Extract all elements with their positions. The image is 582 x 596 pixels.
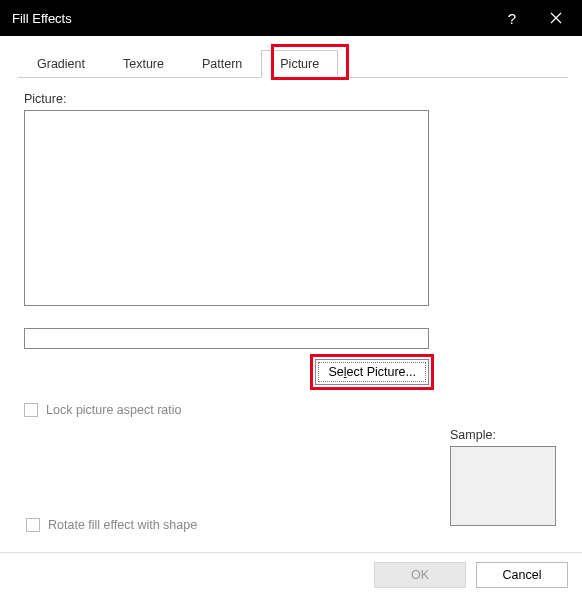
lock-aspect-checkbox [24,403,38,417]
tab-pattern[interactable]: Pattern [183,50,261,78]
lock-aspect-label: Lock picture aspect ratio [46,403,182,417]
picture-label: Picture: [24,92,558,106]
dialog-footer: OK Cancel [0,552,582,596]
picture-preview [24,110,429,306]
window-title: Fill Effects [12,11,490,26]
select-picture-button[interactable]: Select Picture... [315,359,429,385]
sample-preview [450,446,556,526]
tab-picture[interactable]: Picture [261,50,338,78]
tab-texture[interactable]: Texture [104,50,183,78]
rotate-checkbox [26,518,40,532]
tab-gradient[interactable]: Gradient [18,50,104,78]
close-button[interactable] [534,0,578,36]
sample-label: Sample: [450,428,556,442]
select-picture-row: Select Picture... [24,359,429,385]
sample-area: Sample: [450,428,556,526]
close-icon [550,12,562,24]
lock-aspect-checkbox-row: Lock picture aspect ratio [24,403,558,417]
dialog-content: Gradient Texture Pattern Picture Picture… [0,36,582,427]
ok-button: OK [374,562,466,588]
help-button[interactable]: ? [490,0,534,36]
rotate-label: Rotate fill effect with shape [48,518,197,532]
select-picture-wrap: Select Picture... [315,359,429,385]
picture-path-field[interactable] [24,328,429,349]
titlebar: Fill Effects ? [0,0,582,36]
rotate-checkbox-row: Rotate fill effect with shape [26,518,197,532]
cancel-button[interactable]: Cancel [476,562,568,588]
tab-bar: Gradient Texture Pattern Picture [18,50,568,78]
picture-panel: Picture: Select Picture... Lock picture … [14,78,568,427]
